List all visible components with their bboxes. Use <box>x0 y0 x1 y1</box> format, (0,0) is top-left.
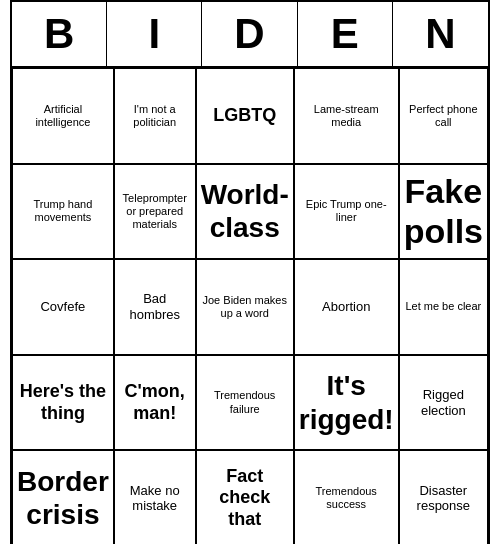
cell-text: Trump hand movements <box>17 198 109 224</box>
cell-text: Disaster response <box>404 483 483 514</box>
header-letter: N <box>393 2 488 66</box>
bingo-cell[interactable]: Lame-stream media <box>294 68 399 164</box>
cell-text: I'm not a politician <box>119 103 191 129</box>
bingo-cell[interactable]: Artificial intelligence <box>12 68 114 164</box>
bingo-cell[interactable]: Abortion <box>294 259 399 355</box>
bingo-cell[interactable]: Disaster response <box>399 450 488 544</box>
cell-text: Let me be clear <box>405 300 481 313</box>
bingo-cell[interactable]: Teleprompter or prepared materials <box>114 164 196 260</box>
header-letter: D <box>202 2 297 66</box>
cell-text: Rigged election <box>404 387 483 418</box>
cell-text: Tremendous success <box>299 485 394 511</box>
cell-text: World-class <box>201 178 289 245</box>
bingo-cell[interactable]: Let me be clear <box>399 259 488 355</box>
cell-text: Epic Trump one-liner <box>299 198 394 224</box>
cell-text: Covfefe <box>40 299 85 315</box>
bingo-cell[interactable]: Covfefe <box>12 259 114 355</box>
bingo-cell[interactable]: Epic Trump one-liner <box>294 164 399 260</box>
cell-text: Teleprompter or prepared materials <box>119 192 191 232</box>
bingo-cell[interactable]: Trump hand movements <box>12 164 114 260</box>
header-letter: B <box>12 2 107 66</box>
cell-text: Fake polls <box>404 171 483 253</box>
header-letter: I <box>107 2 202 66</box>
cell-text: Artificial intelligence <box>17 103 109 129</box>
cell-text: Lame-stream media <box>299 103 394 129</box>
bingo-card: BIDEN Artificial intelligenceI'm not a p… <box>10 0 490 544</box>
bingo-cell[interactable]: C'mon, man! <box>114 355 196 451</box>
cell-text: Tremendous failure <box>201 389 289 415</box>
bingo-cell[interactable]: Here's the thing <box>12 355 114 451</box>
bingo-cell[interactable]: Rigged election <box>399 355 488 451</box>
cell-text: Perfect phone call <box>404 103 483 129</box>
bingo-header: BIDEN <box>12 2 488 68</box>
cell-text: Joe Biden makes up a word <box>201 294 289 320</box>
bingo-cell[interactable]: Border crisis <box>12 450 114 544</box>
cell-text: Here's the thing <box>17 381 109 424</box>
cell-text: LGBTQ <box>213 105 276 127</box>
bingo-cell[interactable]: I'm not a politician <box>114 68 196 164</box>
bingo-cell[interactable]: It's rigged! <box>294 355 399 451</box>
bingo-cell[interactable]: Perfect phone call <box>399 68 488 164</box>
bingo-cell[interactable]: Fake polls <box>399 164 488 260</box>
header-letter: E <box>298 2 393 66</box>
cell-text: Border crisis <box>17 465 109 532</box>
bingo-cell[interactable]: Fact check that <box>196 450 294 544</box>
bingo-cell[interactable]: Joe Biden makes up a word <box>196 259 294 355</box>
cell-text: Fact check that <box>201 466 289 531</box>
cell-text: It's rigged! <box>299 369 394 436</box>
bingo-cell[interactable]: LGBTQ <box>196 68 294 164</box>
cell-text: C'mon, man! <box>119 381 191 424</box>
bingo-grid: Artificial intelligenceI'm not a politic… <box>12 68 488 544</box>
bingo-cell[interactable]: Tremendous success <box>294 450 399 544</box>
bingo-cell[interactable]: World-class <box>196 164 294 260</box>
cell-text: Abortion <box>322 299 370 315</box>
cell-text: Bad hombres <box>119 291 191 322</box>
bingo-cell[interactable]: Bad hombres <box>114 259 196 355</box>
bingo-cell[interactable]: Make no mistake <box>114 450 196 544</box>
cell-text: Make no mistake <box>119 483 191 514</box>
bingo-cell[interactable]: Tremendous failure <box>196 355 294 451</box>
